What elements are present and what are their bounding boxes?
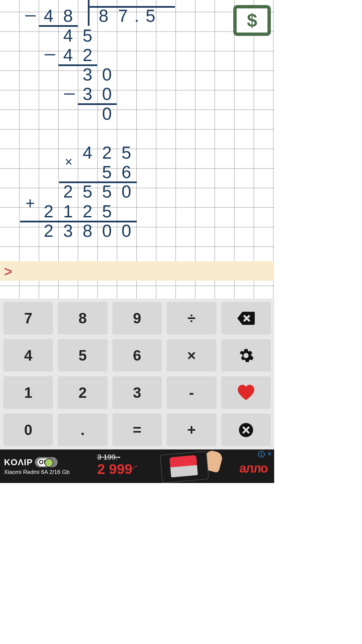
money-button[interactable]: $	[233, 5, 271, 36]
key-2[interactable]: 2	[58, 376, 107, 409]
times-sign: ×	[65, 154, 72, 169]
digit: 2	[39, 201, 58, 221]
digit: 4	[58, 25, 78, 46]
minus-sign: _	[64, 74, 74, 95]
digit: 0	[97, 221, 117, 241]
digit: 5	[78, 25, 97, 46]
digit: 2	[49, 0, 68, 3]
key-subtract[interactable]: -	[167, 376, 216, 409]
grid-background	[0, 0, 274, 299]
key-0[interactable]: 0	[3, 414, 53, 446]
digit: 0	[97, 64, 117, 85]
key-favorite[interactable]	[221, 376, 271, 409]
train-icon	[170, 455, 198, 478]
worksheet-grid[interactable]: 5 2 5 0 _ 4 8 8 7 . 5 4 5 _ 4 2 3 0 _ 3 …	[0, 0, 274, 299]
input-row[interactable]	[0, 261, 274, 281]
prompt-cursor: >	[4, 264, 12, 280]
digit: 5	[68, 0, 88, 3]
digit: 3	[78, 84, 97, 104]
digit: 0	[97, 104, 117, 124]
key-backspace[interactable]	[221, 302, 271, 334]
digit: 5	[117, 143, 136, 163]
digit: 6	[117, 162, 136, 182]
digit: 7	[113, 6, 133, 26]
ad-description: Xiaomi Redmi 6A 2/16 Gb	[4, 469, 70, 476]
key-3[interactable]: 3	[112, 376, 162, 409]
digit: 8	[58, 6, 78, 26]
keypad: 7 8 9 ÷ 4 5 6 × 1 2 3 - 0 . = +	[0, 299, 274, 449]
digit: 4	[78, 143, 97, 163]
key-add[interactable]: +	[167, 414, 216, 446]
digit: 3	[78, 64, 97, 85]
key-4[interactable]: 4	[3, 339, 53, 372]
ad-on-badge: ON	[38, 459, 50, 466]
ad-banner[interactable]: KOΛIP ON Xiaomi Redmi 6A 2/16 Gb 3 199.-…	[0, 449, 274, 483]
backspace-icon	[237, 312, 255, 325]
digit: 2	[78, 45, 97, 65]
key-5[interactable]: 5	[58, 339, 107, 372]
key-settings[interactable]	[221, 339, 271, 372]
digit: 5	[141, 6, 160, 26]
dollar-icon: $	[247, 10, 257, 31]
ad-price-value: 2 999	[97, 461, 132, 477]
digit: 8	[78, 221, 97, 241]
digit: 3	[58, 221, 78, 241]
key-multiply[interactable]: ×	[167, 339, 216, 372]
digit: 2	[58, 181, 78, 202]
key-9[interactable]: 9	[112, 302, 162, 334]
key-equals[interactable]: =	[112, 414, 162, 446]
digit: 1	[58, 201, 78, 221]
division-vline	[88, 0, 89, 26]
ad-left-block: KOΛIP ON Xiaomi Redmi 6A 2/16 Gb	[0, 457, 70, 476]
ad-brand: KOΛIP ON	[4, 457, 70, 468]
minus-sign: _	[45, 35, 55, 56]
key-7[interactable]: 7	[3, 302, 53, 334]
digit: 0	[88, 0, 107, 3]
decimal-point: .	[132, 6, 142, 26]
digit: 2	[97, 143, 117, 163]
digit: 4	[58, 45, 78, 65]
ad-price-suffix: .-	[132, 461, 137, 470]
key-clear[interactable]	[221, 414, 271, 446]
digit: 8	[94, 6, 113, 26]
ad-retailer-brand: алло	[239, 461, 267, 476]
key-divide[interactable]: ÷	[167, 302, 216, 334]
ad-price: 2 999.-	[97, 461, 137, 477]
key-8[interactable]: 8	[58, 302, 107, 334]
ad-price-old: 3 199.-	[97, 453, 120, 462]
ad-info-icon[interactable]: i	[258, 451, 265, 458]
digit: 2	[78, 201, 97, 221]
ad-close-icon[interactable]: ×	[266, 451, 273, 458]
ad-brand-text: KOΛIP	[4, 457, 33, 468]
digit: 5	[78, 181, 97, 202]
minus-sign: _	[25, 0, 36, 17]
ad-product-image	[154, 451, 221, 481]
digit: 2	[39, 221, 58, 241]
digit: 0	[117, 221, 136, 241]
digit: 5	[97, 181, 117, 202]
gear-icon	[238, 348, 254, 363]
ad-controls: i ×	[258, 451, 273, 458]
digit: 5	[97, 201, 117, 221]
clear-icon	[238, 422, 254, 438]
digit: 5	[97, 162, 117, 182]
heart-icon	[237, 385, 255, 401]
key-6[interactable]: 6	[112, 339, 162, 372]
key-dot[interactable]: .	[58, 414, 107, 446]
digit: 0	[117, 181, 136, 202]
plus-sign: +	[25, 194, 35, 212]
key-1[interactable]: 1	[3, 376, 53, 409]
toggle-icon: ON	[35, 457, 58, 467]
digit: 4	[39, 6, 58, 26]
digit: 0	[97, 84, 117, 104]
